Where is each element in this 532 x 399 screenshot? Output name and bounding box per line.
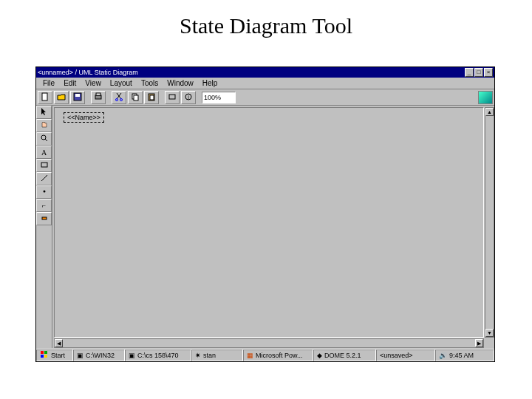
scroll-right-button[interactable]: ▶	[475, 339, 483, 347]
start-label: Start	[51, 352, 65, 359]
app-icon: ✷	[195, 352, 201, 359]
taskbar-item-active[interactable]: <unsaved>	[376, 349, 435, 361]
box-icon	[168, 92, 177, 103]
clock: 9:45 AM	[449, 352, 474, 359]
menu-file[interactable]: File	[39, 79, 58, 87]
save-button[interactable]	[70, 91, 85, 104]
rect-icon	[40, 160, 49, 171]
svg-line-17	[41, 175, 47, 181]
taskbar-label: Microsoft Pow...	[256, 352, 303, 359]
diagram-node[interactable]: <<Name>>	[64, 112, 104, 123]
zoom-value: 100%	[204, 94, 221, 101]
horizontal-scrollbar[interactable]: ◀ ▶	[54, 338, 484, 348]
taskbar-item[interactable]: ◆DOME 5.2.1	[313, 349, 376, 361]
pointer-tool[interactable]	[36, 106, 52, 119]
tray-icon: 🔊	[439, 352, 447, 359]
new-button[interactable]	[38, 91, 52, 104]
hand-tool[interactable]	[36, 119, 52, 132]
taskbar-label: DOME 5.2.1	[324, 352, 361, 359]
svg-text:i: i	[188, 95, 189, 100]
slide-title: State Diagram Tool	[0, 0, 532, 46]
svg-rect-21	[44, 351, 47, 354]
taskbar-label: C:\cs 158\470	[137, 352, 179, 359]
open-icon	[57, 92, 66, 103]
taskbar-item[interactable]: ✷stan	[191, 349, 243, 361]
svg-point-6	[120, 98, 123, 100]
svg-point-18	[43, 191, 45, 193]
close-button[interactable]: ×	[484, 68, 493, 77]
copy-button[interactable]	[128, 91, 143, 104]
tool-b-button[interactable]: i	[181, 91, 196, 104]
svg-rect-11	[169, 95, 175, 99]
toolbar: i 100%	[36, 89, 494, 106]
canvas-frame: <<Name>> ▲ ▼ ◀ ▶	[52, 106, 494, 348]
menu-view[interactable]: View	[81, 79, 105, 87]
app-window: <unnamed> / UML Static Diagram _ □ × Fil…	[35, 66, 495, 362]
start-button[interactable]: Start	[36, 349, 73, 361]
text-tool[interactable]: A	[36, 146, 52, 159]
print-icon	[94, 92, 103, 103]
svg-rect-20	[41, 351, 44, 354]
tool-palette: A ⌐	[36, 106, 52, 348]
open-button[interactable]	[54, 91, 69, 104]
new-icon	[41, 92, 50, 103]
svg-rect-8	[134, 95, 138, 100]
shape-icon	[40, 214, 49, 224]
tool-a-button[interactable]	[165, 91, 180, 104]
scroll-left-button[interactable]: ◀	[55, 339, 63, 347]
rect-tool[interactable]	[36, 159, 52, 172]
system-tray[interactable]: 🔊 9:45 AM	[435, 349, 494, 361]
info-icon: i	[184, 92, 193, 103]
cut-icon	[115, 92, 123, 103]
svg-rect-10	[150, 95, 154, 100]
magnifier-icon	[40, 134, 49, 144]
misc-tool[interactable]	[36, 212, 52, 225]
line-tool[interactable]	[36, 172, 52, 185]
canvas[interactable]: <<Name>>	[54, 107, 484, 338]
scroll-down-button[interactable]: ▼	[485, 329, 494, 337]
taskbar-item[interactable]: ▣C:\WIN32	[73, 349, 125, 361]
paste-button[interactable]	[144, 91, 159, 104]
svg-rect-4	[96, 93, 100, 95]
svg-rect-22	[41, 355, 44, 358]
app-logo-icon	[478, 91, 493, 104]
pointer-icon	[40, 107, 49, 117]
text-icon: A	[41, 149, 47, 157]
scroll-up-button[interactable]: ▲	[485, 108, 494, 116]
menu-tools[interactable]: Tools	[137, 79, 162, 87]
copy-icon	[131, 92, 140, 103]
menu-edit[interactable]: Edit	[60, 79, 80, 87]
titlebar[interactable]: <unnamed> / UML Static Diagram _ □ ×	[36, 67, 494, 78]
svg-rect-19	[42, 217, 47, 219]
print-button[interactable]	[91, 91, 106, 104]
vertical-scrollbar[interactable]: ▲ ▼	[485, 107, 494, 338]
zoom-tool[interactable]	[36, 132, 52, 146]
taskbar-item[interactable]: ▣C:\cs 158\470	[125, 349, 191, 361]
taskbar-label: <unsaved>	[380, 352, 413, 359]
menubar: File Edit View Layout Tools Window Help	[36, 78, 494, 89]
dot-tool[interactable]	[36, 185, 52, 199]
cut-button[interactable]	[112, 91, 126, 104]
dos-icon: ▣	[129, 352, 135, 359]
bracket-tool[interactable]: ⌐	[36, 199, 52, 212]
window-title: <unnamed> / UML Static Diagram	[38, 69, 464, 76]
dos-icon: ▣	[77, 352, 83, 359]
hand-icon	[40, 120, 49, 131]
menu-help[interactable]: Help	[199, 79, 222, 87]
zoom-combo[interactable]: 100%	[202, 92, 236, 103]
windows-icon	[40, 350, 49, 361]
bracket-icon: ⌐	[42, 202, 46, 209]
svg-rect-16	[41, 163, 47, 167]
workarea: A ⌐ <<Name>> ▲ ▼ ◀ ▶	[36, 106, 494, 348]
svg-rect-2	[75, 94, 80, 97]
taskbar-item[interactable]: ▦Microsoft Pow...	[243, 349, 313, 361]
minimize-button[interactable]: _	[465, 68, 474, 77]
taskbar-label: C:\WIN32	[86, 352, 115, 359]
ppt-icon: ▦	[247, 352, 253, 359]
maximize-button[interactable]: □	[474, 68, 483, 77]
dome-icon: ◆	[317, 352, 322, 359]
taskbar: Start ▣C:\WIN32 ▣C:\cs 158\470 ✷stan ▦Mi…	[36, 349, 494, 361]
menu-window[interactable]: Window	[163, 79, 197, 87]
menu-layout[interactable]: Layout	[106, 79, 136, 87]
paste-icon	[147, 92, 156, 103]
